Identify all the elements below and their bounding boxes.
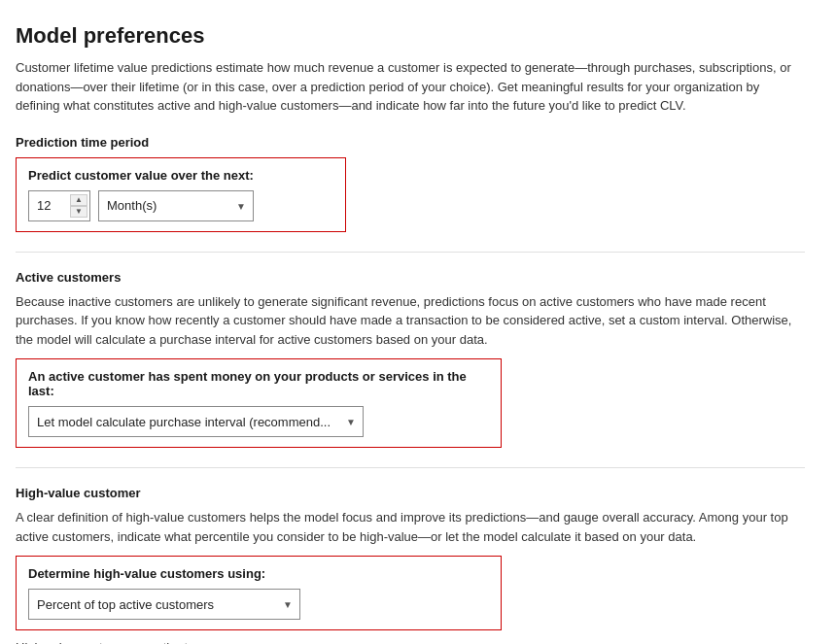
active-customers-description: Because inactive customers are unlikely …: [16, 292, 805, 350]
prediction-section-title: Prediction time period: [16, 135, 805, 150]
active-customers-select-wrapper: Let model calculate purchase interval (r…: [28, 406, 364, 437]
spinner-up-button[interactable]: ▲: [70, 194, 87, 206]
active-customers-box-label: An active customer has spent money on yo…: [28, 369, 489, 398]
divider-2: [16, 467, 805, 468]
active-customers-select[interactable]: Let model calculate purchase interval (r…: [28, 406, 364, 437]
high-value-select[interactable]: Percent of top active customers Model ca…: [28, 589, 300, 620]
prediction-input-row: ▲ ▼ Month(s) Year(s) ▼: [28, 190, 333, 221]
active-customers-title: Active customers: [16, 270, 805, 285]
period-select-wrapper: Month(s) Year(s) ▼: [98, 190, 254, 221]
divider-1: [16, 252, 805, 253]
high-value-title: High-value customer: [16, 486, 805, 500]
main-content: Model preferences Customer lifetime valu…: [0, 0, 836, 644]
high-value-description: A clear definition of high-value custome…: [16, 508, 805, 546]
high-value-box-label: Determine high-value customers using:: [28, 566, 489, 581]
high-value-select-wrapper: Percent of top active customers Model ca…: [28, 589, 300, 620]
high-value-sub-label: High-value customers are the top:: [16, 640, 805, 644]
active-customers-box: An active customer has spent money on yo…: [16, 358, 502, 448]
period-select[interactable]: Month(s) Year(s): [98, 190, 254, 221]
prediction-box: Predict customer value over the next: ▲ …: [16, 157, 346, 232]
spinner-down-button[interactable]: ▼: [70, 206, 87, 218]
prediction-box-label: Predict customer value over the next:: [28, 168, 333, 183]
page-title: Model preferences: [16, 23, 805, 49]
active-customers-section: Active customers Because inactive custom…: [16, 270, 805, 449]
high-value-box: Determine high-value customers using: Pe…: [16, 556, 502, 630]
high-value-section: High-value customer A clear definition o…: [16, 486, 805, 644]
spinner-buttons: ▲ ▼: [70, 194, 87, 218]
intro-text: Customer lifetime value predictions esti…: [16, 58, 805, 116]
prediction-section: Prediction time period Predict customer …: [16, 135, 805, 232]
number-input-wrapper: ▲ ▼: [28, 190, 90, 221]
